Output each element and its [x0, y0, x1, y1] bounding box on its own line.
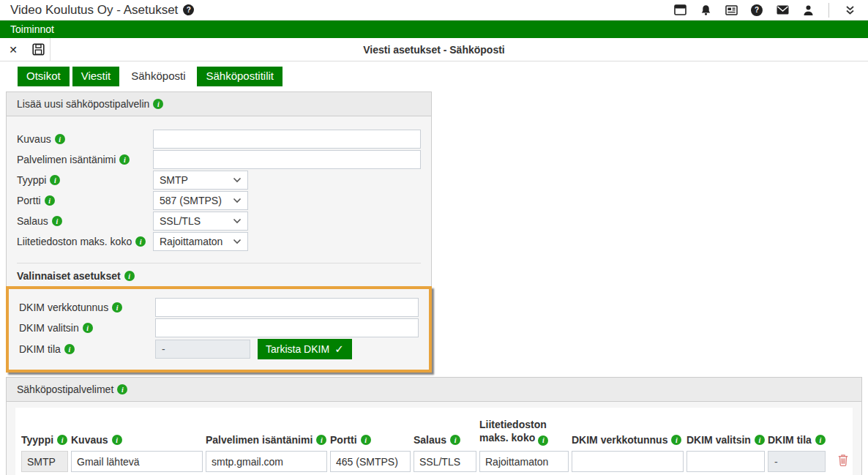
tyyppi-select[interactable]: SMTP — [153, 171, 248, 190]
chevron-down-icon — [233, 177, 242, 183]
info-icon[interactable]: i — [117, 384, 127, 394]
info-icon[interactable]: i — [119, 154, 130, 165]
row-dkim-tila: - — [768, 451, 826, 472]
bell-icon[interactable] — [699, 4, 712, 17]
save-button[interactable] — [31, 42, 45, 57]
info-icon[interactable]: i — [50, 175, 60, 185]
info-icon[interactable]: i — [671, 435, 681, 445]
info-icon[interactable]: i — [124, 271, 135, 281]
title-help-icon[interactable]: ? — [183, 4, 194, 15]
row-dkim-verkkotunnus-input[interactable] — [572, 451, 684, 472]
app-titlebar: Video Koulutus Oy - Asetukset ? ? — [0, 0, 868, 20]
add-server-form: Kuvaus i Palvelimen isäntänimi i Tyyppi … — [7, 116, 431, 373]
delete-server-button[interactable] — [837, 454, 849, 467]
col-dkim-verkkotunnus: DKIM verkkotunnus — [572, 434, 667, 446]
info-icon[interactable]: i — [64, 344, 75, 354]
row-maks-koko-input[interactable] — [479, 451, 569, 472]
tab-sahkopostitilit[interactable]: Sähköpostitilit — [197, 67, 283, 86]
close-button[interactable]: ✕ — [6, 42, 20, 57]
form-row-maks-koko: Liitetiedoston maks. koko i Rajoittamato… — [17, 232, 421, 251]
info-icon[interactable]: i — [135, 236, 146, 247]
isantanimi-input[interactable] — [153, 150, 421, 169]
form-row-dkim-valitsin: DKIM valitsin i — [19, 318, 419, 337]
dkim-status-field: - — [155, 340, 250, 359]
check-dkim-button[interactable]: Tarkista DKIM ✓ — [258, 339, 352, 359]
chevron-down-icon — [233, 198, 242, 203]
isantanimi-label: Palvelimen isäntänimi — [17, 154, 116, 165]
tab-otsikot[interactable]: Otsikot — [18, 67, 70, 86]
info-icon[interactable]: i — [83, 323, 93, 333]
dkim-tila-label: DKIM tila — [19, 343, 61, 355]
app-title: Video Koulutus Oy - Asetukset — [10, 3, 178, 18]
check-icon: ✓ — [334, 343, 344, 356]
help-icon[interactable]: ? — [750, 4, 763, 17]
info-icon[interactable]: i — [153, 99, 163, 109]
toolbar: ✕ Viesti asetukset - Sähköposti — [0, 38, 868, 61]
form-row-dkim-verkkotunnus: DKIM verkkotunnus i — [19, 298, 419, 317]
kuvaus-input[interactable] — [153, 130, 421, 149]
trash-icon — [837, 454, 849, 467]
maks-koko-select[interactable]: Rajoittamaton — [153, 232, 248, 251]
add-server-panel-header: Lisää uusi sähköpostipalvelin i — [7, 92, 431, 116]
table-row: SMTP - — [21, 451, 847, 472]
optional-settings-title: Valinnaiset asetukset i — [17, 270, 421, 282]
info-icon[interactable]: i — [755, 435, 765, 445]
menu-item-toiminnot[interactable]: Toiminnot — [10, 23, 54, 35]
mail-servers-panel: Sähköpostipalvelimet i Tyyppi i Kuvaus i… — [6, 377, 862, 475]
salaus-label: Salaus — [17, 215, 48, 227]
dkim-highlight-box: DKIM verkkotunnus i DKIM valitsin i DKIM… — [6, 286, 432, 373]
info-icon[interactable]: i — [52, 216, 62, 226]
form-row-isantanimi: Palvelimen isäntänimi i — [17, 150, 421, 169]
page-title: Viesti asetukset - Sähköposti — [0, 44, 868, 56]
form-row-tyyppi: Tyyppi i SMTP — [17, 171, 421, 190]
kuvaus-label: Kuvaus — [17, 133, 51, 145]
dkim-valitsin-label: DKIM valitsin — [19, 322, 79, 334]
add-server-panel-title: Lisää uusi sähköpostipalvelin — [17, 98, 149, 110]
tyyppi-label: Tyyppi — [17, 174, 46, 186]
mail-servers-panel-title: Sähköpostipalvelimet — [17, 384, 113, 395]
info-icon[interactable]: i — [316, 435, 326, 445]
tab-bar: Otsikot Viestit Sähköposti Sähköpostitil… — [18, 67, 868, 86]
col-dkim-valitsin: DKIM valitsin — [686, 434, 751, 446]
form-row-portti: Portti i 587 (SMTPS) — [17, 191, 421, 210]
titlebar-divider — [828, 3, 829, 18]
info-icon[interactable]: i — [815, 435, 826, 445]
col-isantanimi: Palvelimen isäntänimi — [206, 434, 313, 446]
mail-servers-panel-header: Sähköpostipalvelimet i — [7, 378, 861, 402]
info-icon[interactable]: i — [57, 435, 67, 445]
col-maks-koko: Liitetiedoston maks. koko — [479, 419, 547, 444]
row-kuvaus-input[interactable] — [71, 451, 203, 472]
col-salaus: Salaus — [414, 434, 446, 446]
col-kuvaus: Kuvaus — [71, 434, 108, 446]
tab-sahkoposti[interactable]: Sähköposti — [122, 67, 194, 86]
salaus-select[interactable]: SSL/TLS — [153, 212, 248, 231]
row-salaus-input[interactable] — [414, 451, 476, 472]
portti-select[interactable]: 587 (SMTPS) — [153, 191, 248, 210]
user-icon[interactable] — [801, 4, 815, 17]
col-dkim-tila: DKIM tila — [768, 434, 812, 446]
info-icon[interactable]: i — [45, 195, 55, 206]
collapse-header-icon[interactable] — [843, 4, 856, 17]
col-portti: Portti — [330, 434, 357, 446]
maks-koko-label: Liitetiedoston maks. koko — [17, 236, 132, 247]
form-row-salaus: Salaus i SSL/TLS — [17, 212, 421, 231]
table-header-row: Tyyppi i Kuvaus i Palvelimen isäntänimi … — [21, 418, 847, 451]
tab-viestit[interactable]: Viestit — [72, 67, 120, 86]
info-icon[interactable]: i — [112, 302, 122, 313]
info-icon[interactable]: i — [112, 435, 122, 445]
info-icon[interactable]: i — [55, 134, 65, 144]
row-portti-input[interactable] — [330, 451, 411, 472]
portti-label: Portti — [17, 195, 41, 206]
row-dkim-valitsin-input[interactable] — [686, 451, 765, 472]
row-isantanimi-input[interactable] — [206, 451, 327, 472]
form-row-dkim-tila: DKIM tila i - Tarkista DKIM ✓ — [19, 339, 419, 359]
info-icon[interactable]: i — [450, 435, 460, 445]
newspaper-icon[interactable] — [725, 4, 738, 17]
dkim-verkkotunnus-input[interactable] — [155, 298, 419, 317]
info-icon[interactable]: i — [538, 435, 548, 446]
dkim-valitsin-input[interactable] — [155, 318, 419, 337]
info-icon[interactable]: i — [361, 435, 371, 445]
window-icon[interactable] — [673, 4, 686, 17]
mail-icon[interactable] — [776, 4, 789, 17]
section-divider — [17, 263, 421, 263]
